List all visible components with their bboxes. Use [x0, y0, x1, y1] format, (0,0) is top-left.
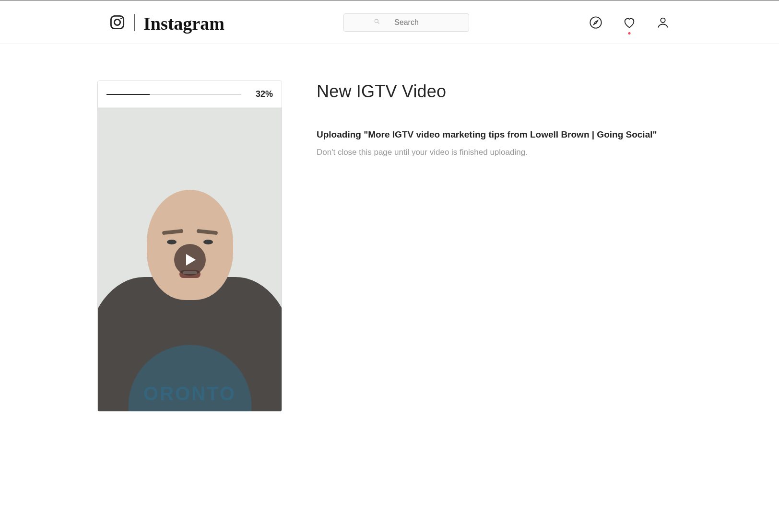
upload-progress-track [106, 94, 241, 95]
svg-point-5 [590, 17, 601, 28]
header-inner: Instagram [94, 1, 685, 44]
svg-point-1 [114, 19, 120, 25]
main-content: 32% ORONTO [0, 44, 779, 431]
play-icon [186, 254, 196, 266]
upload-details: New IGTV Video Uploading "More IGTV vide… [317, 81, 682, 412]
upload-progress-fill [106, 94, 150, 95]
content-row: 32% ORONTO [94, 81, 685, 412]
play-button[interactable] [174, 244, 206, 276]
thumbnail-shirt-text: ORONTO [143, 383, 236, 405]
app-header: Instagram [0, 1, 779, 44]
upload-status-line: Uploading "More IGTV video marketing tip… [317, 128, 682, 141]
search-input[interactable] [343, 13, 469, 32]
upload-progress-percent: 32% [251, 89, 273, 99]
page-title: New IGTV Video [317, 81, 682, 102]
instagram-glyph-icon [109, 14, 126, 31]
brand-wordmark: Instagram [143, 13, 224, 34]
profile-icon[interactable] [656, 15, 670, 30]
svg-marker-6 [594, 20, 598, 24]
brand-divider [134, 14, 135, 31]
video-thumbnail: ORONTO [98, 108, 282, 411]
svg-point-2 [120, 18, 122, 19]
svg-point-7 [661, 18, 665, 22]
nav-icons [589, 15, 670, 30]
search-wrap [343, 13, 469, 32]
svg-rect-0 [111, 16, 123, 28]
video-preview-card: 32% ORONTO [97, 81, 282, 412]
upload-progress-row: 32% [98, 81, 282, 108]
brand[interactable]: Instagram [109, 12, 224, 33]
notification-dot-icon [628, 32, 630, 35]
upload-note-line: Don't close this page until your video i… [317, 148, 682, 157]
activity-heart-icon[interactable] [622, 15, 637, 30]
explore-icon[interactable] [589, 15, 603, 30]
